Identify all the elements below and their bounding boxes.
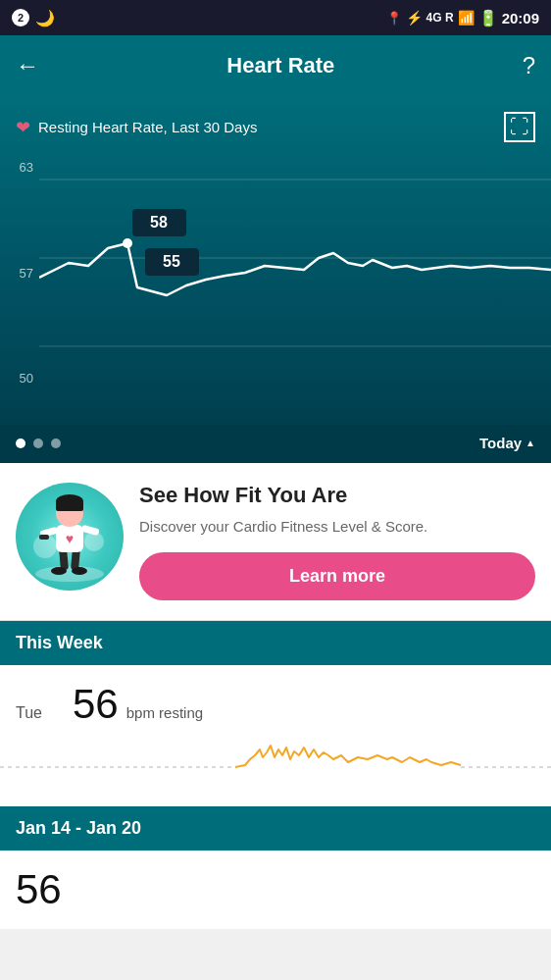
fitness-illustration: ♥: [16, 483, 124, 591]
page-title: Heart Rate: [226, 53, 334, 78]
dot-2[interactable]: [33, 438, 43, 448]
header: ← Heart Rate ?: [0, 35, 551, 96]
tooltip-55-text: 55: [163, 253, 180, 270]
y-label-63: 63: [0, 160, 39, 175]
pagination-row: Today ▲: [0, 425, 551, 463]
y-axis-labels: 63 57 50: [0, 150, 39, 425]
date-range-header: Jan 14 - Jan 20: [0, 806, 551, 851]
sparkline-container: [0, 728, 551, 806]
status-right-icons: 📍 ⚡ 4G R 📶 🔋 20:09: [386, 9, 539, 27]
figure-svg: ♥: [30, 488, 109, 586]
heart-icon: ❤: [16, 117, 30, 138]
day-bpm-value: 56: [73, 681, 119, 728]
circle-icon: 2: [12, 9, 29, 26]
y-label-50: 50: [0, 371, 39, 386]
svg-rect-14: [39, 535, 49, 540]
chart-dot: [123, 238, 132, 248]
status-bar: 2 🌙 📍 ⚡ 4G R 📶 🔋 20:09: [0, 0, 551, 35]
chart-title: ❤ Resting Heart Rate, Last 30 Days: [16, 117, 257, 138]
sparkline-svg: [0, 728, 551, 797]
fitness-text: See How Fit You Are Discover your Cardio…: [139, 483, 535, 600]
fitness-description: Discover your Cardio Fitness Level & Sco…: [139, 516, 535, 537]
learn-more-button[interactable]: Learn more: [139, 552, 535, 600]
battery-icon: 🔋: [478, 9, 498, 27]
chart-wrapper: 63 57 50 58 55: [0, 150, 551, 425]
today-arrow-icon: ▲: [526, 438, 535, 448]
dot-3[interactable]: [51, 438, 61, 448]
day-row-tue: Tue 56 bpm resting: [0, 665, 551, 728]
tooltip-58-text: 58: [150, 214, 168, 231]
chart-area: ❤ Resting Heart Rate, Last 30 Days ⛶ 63 …: [0, 96, 551, 463]
svg-point-5: [35, 566, 104, 582]
today-button[interactable]: Today ▲: [479, 435, 535, 451]
dot-1[interactable]: [16, 438, 25, 448]
bottom-bpm-value: 56: [0, 851, 551, 929]
pagination-dots: [16, 438, 61, 448]
chart-title-row: ❤ Resting Heart Rate, Last 30 Days ⛶: [0, 112, 551, 142]
day-label: Tue: [16, 704, 65, 722]
chart-svg: 58 55: [39, 150, 551, 425]
status-time: 20:09: [502, 10, 539, 26]
moon-icon: 🌙: [35, 9, 55, 27]
expand-icon[interactable]: ⛶: [504, 112, 535, 142]
day-unit: bpm resting: [126, 704, 203, 721]
line-chart-svg: 58 55: [39, 150, 551, 425]
location-icon: 📍: [386, 11, 402, 26]
y-label-57: 57: [0, 266, 39, 281]
this-week-header: This Week: [0, 621, 551, 665]
svg-point-9: [72, 567, 87, 575]
help-button[interactable]: ?: [523, 52, 535, 79]
svg-point-8: [51, 567, 67, 575]
fitness-card: ♥ See How Fit You Are Discover your Card…: [0, 463, 551, 621]
day-info: Tue 56 bpm resting: [16, 681, 535, 728]
svg-rect-17: [56, 501, 83, 511]
today-label-text: Today: [479, 435, 522, 451]
fitness-title: See How Fit You Are: [139, 483, 535, 508]
bluetooth-icon: ⚡: [406, 10, 423, 26]
chart-subtitle: Resting Heart Rate, Last 30 Days: [38, 119, 257, 135]
network-label: 4G R: [426, 11, 454, 25]
signal-icon: 📶: [458, 10, 475, 26]
svg-text:♥: ♥: [66, 531, 74, 546]
status-left-icons: 2 🌙: [12, 9, 55, 27]
back-button[interactable]: ←: [16, 52, 39, 79]
